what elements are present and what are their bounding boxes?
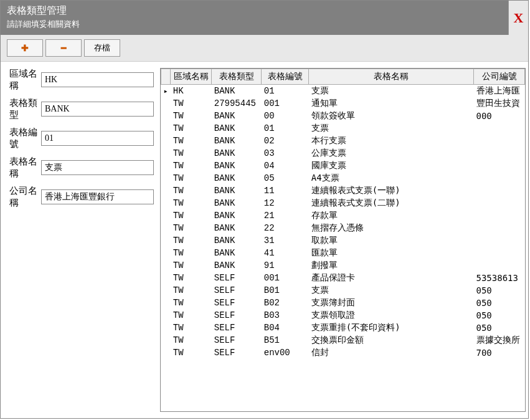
cell-name: 產品保證卡 [309,272,474,284]
cell-company [474,259,525,272]
cell-type: BANK [212,172,262,184]
grid-table: 區域名稱 表格類型 表格編號 表格名稱 公司編號 ▸HKBANK01支票香港上海… [161,69,525,359]
grid-header-company[interactable]: 公司編號 [474,69,525,85]
cell-name: 信封 [309,346,474,359]
grid-header-region[interactable]: 區域名稱 [171,69,212,85]
row-indicator-icon [161,309,171,322]
table-row[interactable]: TWBANK31取款單 [161,234,525,247]
cell-no: 02 [262,135,309,147]
grid-header-type[interactable]: 表格類型 [212,69,262,85]
table-row[interactable]: TWSELFB03支票領取證050 [161,309,525,322]
table-row[interactable]: TWBANK22無摺存入憑條 [161,222,525,234]
cell-type: SELF [212,322,262,334]
table-row[interactable]: TWBANK12連續報表式支票(二聯) [161,197,525,209]
grid-header-no[interactable]: 表格編號 [262,69,309,85]
cell-name: 匯款單 [309,247,474,259]
table-row[interactable]: TW27995445001通知單豐田生技資 [161,97,525,110]
row-indicator-icon [161,259,171,272]
cell-name: 無摺存入憑條 [309,222,474,234]
cell-region: TW [171,272,212,284]
cell-type: BANK [212,160,262,172]
cell-region: TW [171,322,212,334]
remove-button[interactable]: ━ [45,39,82,57]
table-row[interactable]: TWSELFB02支票簿封面050 [161,297,525,309]
cell-region: TW [171,209,212,222]
row-indicator-icon [161,272,171,284]
cell-type: BANK [212,135,262,147]
close-button[interactable]: X [508,1,528,35]
grid-header-indicator [161,69,171,85]
table-row[interactable]: TWBANK11連續報表式支票(一聯) [161,184,525,197]
cell-no: 001 [262,97,309,110]
add-button[interactable]: ✚ [7,39,43,57]
cell-company [474,160,525,172]
data-grid: 區域名稱 表格類型 表格編號 表格名稱 公司編號 ▸HKBANK01支票香港上海… [160,68,526,412]
cell-no: env00 [262,346,309,359]
cell-region: TW [171,184,212,197]
app-window: 表格類型管理 請詳細填妥相關資料 X ✚ ━ 存檔 區域名稱 表格類型 表格編號 [0,0,529,419]
cell-company: 票據交換所 [474,334,525,346]
cell-name: A4支票 [309,172,474,184]
row-indicator-icon [161,97,171,110]
cell-type: SELF [212,346,262,359]
cell-region: TW [171,334,212,346]
cell-no: 11 [262,184,309,197]
table-row[interactable]: TWBANK91劃撥單 [161,259,525,272]
table-row[interactable]: TWSELFenv00信封700 [161,346,525,359]
row-indicator-icon: ▸ [161,85,171,98]
cell-company [474,222,525,234]
row-indicator-icon [161,322,171,334]
cell-type: BANK [212,147,262,160]
save-button[interactable]: 存檔 [84,39,120,57]
cell-region: TW [171,297,212,309]
input-no[interactable] [41,131,154,146]
cell-company: 53538613 [474,272,525,284]
cell-type: BANK [212,247,262,259]
cell-name: 連續報表式支票(一聯) [309,184,474,197]
input-region[interactable] [41,72,154,87]
table-row[interactable]: TWBANK02本行支票 [161,135,525,147]
input-type[interactable] [41,102,154,117]
form-row-type: 表格類型 [9,97,154,121]
table-row[interactable]: TWBANK03公庫支票 [161,147,525,160]
cell-company [474,122,525,135]
cell-no: 04 [262,160,309,172]
table-row[interactable]: TWSELF001產品保證卡53538613 [161,272,525,284]
table-row[interactable]: TWBANK41匯款單 [161,247,525,259]
cell-name: 公庫支票 [309,147,474,160]
table-row[interactable]: TWBANK21存款單 [161,209,525,222]
table-row[interactable]: TWBANK05A4支票 [161,172,525,184]
cell-region: TW [171,259,212,272]
input-company[interactable] [41,189,154,204]
cell-name: 國庫支票 [309,160,474,172]
table-row[interactable]: TWSELFB51交換票印金額票據交換所 [161,334,525,346]
label-company: 公司名稱 [9,185,41,209]
cell-type: SELF [212,272,262,284]
table-row[interactable]: TWBANK00領款簽收單000 [161,110,525,122]
form-panel: 區域名稱 表格類型 表格編號 表格名稱 公司名稱 [9,68,154,412]
table-row[interactable]: ▸HKBANK01支票香港上海匯 [161,85,525,98]
cell-type: BANK [212,209,262,222]
row-indicator-icon [161,110,171,122]
cell-name: 支票簿封面 [309,297,474,309]
row-indicator-icon [161,160,171,172]
table-row[interactable]: TWSELFB04支票重排(不套印資料)050 [161,322,525,334]
table-row[interactable]: TWSELFB01支票050 [161,284,525,297]
cell-region: TW [171,197,212,209]
window-subtitle: 請詳細填妥相關資料 [7,19,522,30]
grid-header-name[interactable]: 表格名稱 [309,69,474,85]
cell-region: TW [171,110,212,122]
plus-icon: ✚ [21,43,29,53]
table-row[interactable]: TWBANK04國庫支票 [161,160,525,172]
cell-region: TW [171,135,212,147]
input-name[interactable] [41,160,154,175]
grid-header-row: 區域名稱 表格類型 表格編號 表格名稱 公司編號 [161,69,525,85]
row-indicator-icon [161,247,171,259]
minus-icon: ━ [61,43,66,53]
cell-region: TW [171,97,212,110]
table-row[interactable]: TWBANK01支票 [161,122,525,135]
cell-type: BANK [212,184,262,197]
cell-region: TW [171,122,212,135]
form-row-company: 公司名稱 [9,185,154,209]
grid-scroll[interactable]: 區域名稱 表格類型 表格編號 表格名稱 公司編號 ▸HKBANK01支票香港上海… [161,69,525,411]
